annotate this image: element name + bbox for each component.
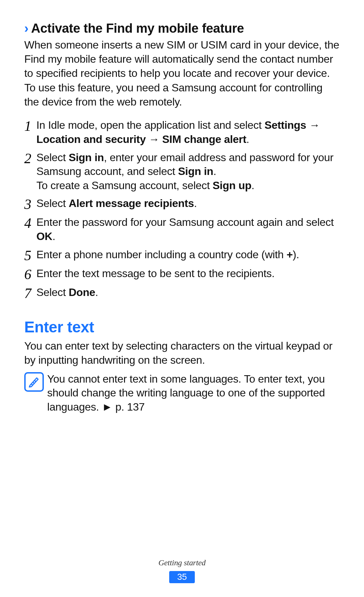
step-text: . (52, 230, 55, 242)
ui-label: Sign in (178, 165, 213, 177)
step-number: 2 (24, 151, 36, 166)
step-body: Enter a phone number including a country… (36, 248, 340, 262)
step-item: 3 Select Alert message recipients. (24, 197, 340, 211)
step-number: 1 (24, 118, 36, 133)
subsection-title: Activate the Find my mobile feature (31, 20, 244, 37)
footer-section-label: Getting started (0, 558, 364, 568)
chevron-icon: › (24, 20, 28, 37)
step-body: Enter the password for your Samsung acco… (36, 215, 340, 243)
ui-label: Sign up (213, 179, 251, 191)
step-text: Select (36, 151, 69, 163)
ui-label: Location and security (36, 133, 146, 145)
ui-label: Sign in (69, 151, 104, 163)
step-text: Select (36, 286, 69, 298)
ui-label: OK (36, 230, 52, 242)
step-text: Enter the password for your Samsung acco… (36, 216, 334, 228)
page-footer: Getting started 35 (0, 558, 364, 584)
step-text: ). (293, 248, 299, 261)
step-body: Enter the text message to be sent to the… (36, 267, 340, 281)
arrow: → (306, 119, 320, 131)
step-item: 2 Select Sign in, enter your email addre… (24, 151, 340, 193)
step-item: 7 Select Done. (24, 286, 340, 300)
step-text: . (213, 165, 216, 177)
section-intro: You can enter text by selecting characte… (24, 339, 340, 367)
svg-line-2 (35, 381, 36, 382)
step-text: . (95, 286, 98, 298)
step-body: Select Alert message recipients. (36, 197, 340, 211)
step-body: In Idle mode, open the application list … (36, 118, 340, 146)
ui-label: SIM change alert (162, 133, 246, 145)
step-number: 4 (24, 215, 36, 230)
arrow: → (146, 133, 162, 145)
step-item: 4 Enter the password for your Samsung ac… (24, 215, 340, 243)
step-text: Enter the text message to be sent to the… (36, 267, 275, 279)
step-item: 5 Enter a phone number including a count… (24, 248, 340, 263)
step-item: 1 In Idle mode, open the application lis… (24, 118, 340, 146)
step-text: . (246, 133, 249, 145)
step-number: 3 (24, 197, 36, 211)
manual-page: › Activate the Find my mobile feature Wh… (0, 0, 364, 597)
step-text: Enter a phone number including a country… (36, 248, 286, 261)
step-body: Select Done. (36, 286, 340, 300)
step-number: 6 (24, 267, 36, 281)
note-icon (24, 372, 44, 392)
step-text: . (251, 179, 254, 191)
step-body: Select Sign in, enter your email address… (36, 151, 340, 193)
subsection-heading: › Activate the Find my mobile feature (24, 20, 340, 37)
step-list: 1 In Idle mode, open the application lis… (24, 118, 340, 300)
step-item: 6 Enter the text message to be sent to t… (24, 267, 340, 281)
page-number-badge: 35 (169, 571, 195, 583)
ui-label: Alert message recipients (69, 197, 194, 209)
svg-line-1 (33, 382, 34, 384)
section-heading: Enter text (24, 317, 340, 337)
step-text: In Idle mode, open the application list … (36, 119, 265, 131)
step-number: 5 (24, 248, 36, 263)
note-text: You cannot enter text in some languages.… (47, 372, 340, 414)
ui-label: Done (69, 286, 95, 298)
step-number: 7 (24, 286, 36, 300)
intro-paragraph-2: To use this feature, you need a Samsung … (24, 81, 340, 109)
intro-paragraph-1: When someone inserts a new SIM or USIM c… (24, 38, 340, 80)
ui-label: + (286, 248, 293, 261)
step-text: . (194, 197, 197, 209)
step-text: Select (36, 197, 69, 209)
step-text: To create a Samsung account, select (36, 179, 213, 191)
svg-line-0 (31, 384, 33, 385)
ui-label: Settings (265, 119, 306, 131)
note-callout: You cannot enter text in some languages.… (24, 372, 340, 414)
